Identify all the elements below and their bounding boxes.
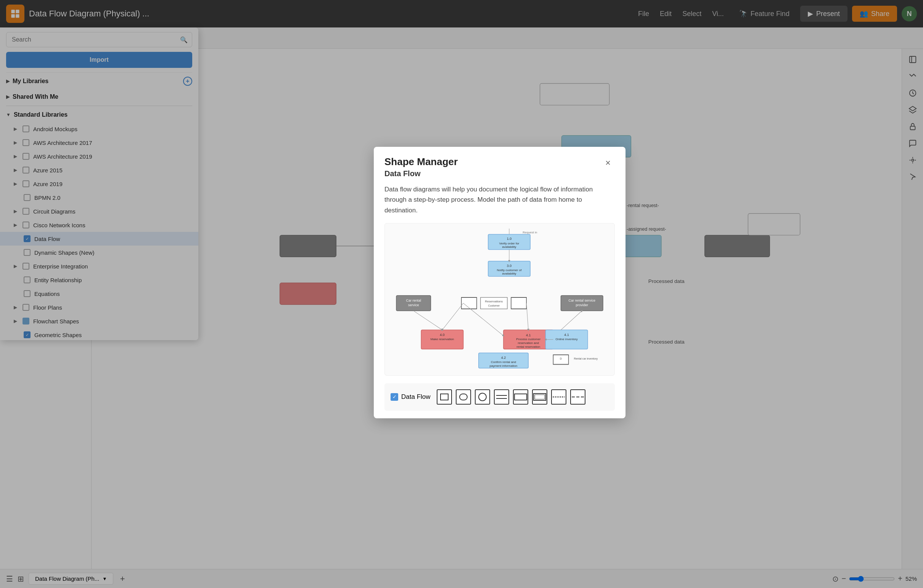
svg-text:provider: provider (576, 303, 588, 307)
svg-text:Process customer: Process customer (516, 337, 540, 341)
modal-overlay[interactable]: Shape Manager Data Flow × Data flow diag… (0, 0, 923, 588)
svg-rect-74 (462, 297, 477, 309)
svg-text:Confirm rental and: Confirm rental and (491, 360, 516, 363)
svg-text:payment information: payment information (490, 364, 517, 367)
modal-shape-icons (437, 389, 609, 404)
modal-preview: 1.0 Verify order for availability 3.0 No… (384, 223, 615, 376)
svg-rect-119 (535, 395, 545, 399)
shape-icon-rect (437, 389, 452, 404)
modal-header: Shape Manager Data Flow × (374, 147, 626, 184)
svg-text:Car rental: Car rental (406, 299, 421, 302)
svg-text:Rental car inventory: Rental car inventory (574, 357, 598, 360)
shape-icon-dbl-border-rect (532, 389, 547, 404)
svg-rect-117 (514, 394, 527, 400)
svg-text:Request in: Request in (522, 231, 537, 234)
modal-close-button[interactable]: × (601, 156, 615, 170)
svg-text:4.1: 4.1 (526, 333, 531, 337)
svg-text:Customer: Customer (488, 304, 500, 307)
svg-text:1.0: 1.0 (507, 237, 512, 241)
svg-text:D: D (560, 357, 562, 360)
svg-text:availability: availability (502, 245, 516, 248)
shape-icon-dash-line2 (570, 389, 585, 404)
svg-text:reservation and: reservation and (518, 341, 539, 345)
shape-icon-dash-line1 (551, 389, 567, 404)
shape-icon-rounded-rect (456, 389, 471, 404)
svg-text:4.2: 4.2 (501, 355, 506, 359)
svg-text:Online inventory: Online inventory (556, 337, 578, 341)
modal-shapes-section: Data Flow (384, 383, 615, 411)
modal-title: Shape Manager (384, 156, 458, 168)
svg-text:3.0: 3.0 (507, 263, 512, 267)
shape-icon-circle (475, 389, 490, 404)
svg-point-114 (479, 393, 486, 401)
modal-description: Data flow diagrams will help you documen… (374, 184, 626, 223)
modal-title-block: Shape Manager Data Flow (384, 156, 458, 178)
shape-icon-double-line (494, 389, 509, 404)
shape-icon-wide-rect (513, 389, 528, 404)
modal-shapes-name: Data Flow (401, 393, 430, 401)
svg-text:rental reservation: rental reservation (516, 345, 540, 348)
svg-text:4.1: 4.1 (564, 333, 569, 337)
svg-rect-112 (440, 394, 448, 400)
svg-text:service: service (408, 303, 419, 307)
svg-text:Verify order for: Verify order for (499, 241, 519, 245)
svg-text:4.0: 4.0 (440, 333, 445, 337)
svg-text:Car rental service: Car rental service (568, 299, 595, 302)
svg-text:Reservations: Reservations (485, 300, 503, 303)
modal-shapes-checkbox: Data Flow (391, 393, 430, 401)
dataflow-checkbox[interactable] (391, 393, 398, 401)
svg-text:Notify customer of: Notify customer of (497, 268, 522, 272)
svg-rect-113 (460, 394, 467, 400)
modal-subtitle: Data Flow (384, 169, 458, 178)
svg-text:Make reservation: Make reservation (430, 337, 454, 341)
shape-manager-modal: Shape Manager Data Flow × Data flow diag… (374, 147, 626, 418)
svg-rect-77 (511, 297, 526, 309)
svg-text:availability: availability (502, 272, 516, 275)
